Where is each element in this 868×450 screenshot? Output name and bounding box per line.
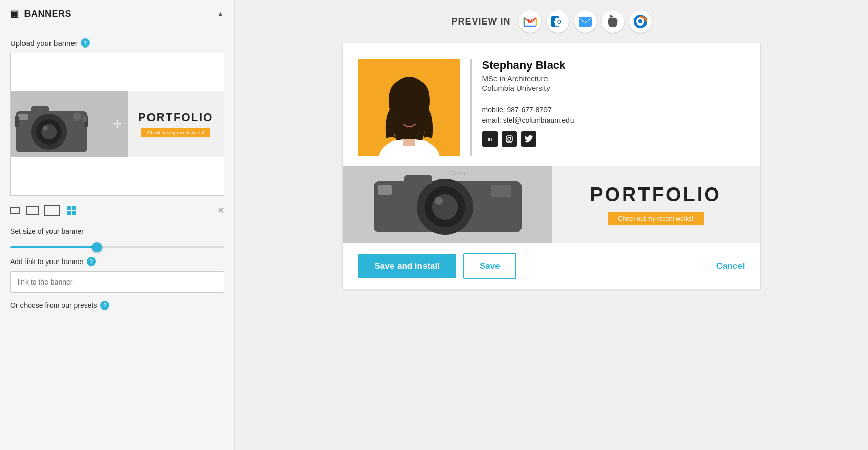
twitter-icon[interactable]	[521, 131, 536, 147]
banner-upload-area[interactable]: PORTFOLIO Check out my recent works! ✛	[10, 53, 224, 196]
svg-point-9	[73, 112, 81, 121]
outlook-icon[interactable]: O o	[547, 10, 569, 33]
apple-svg	[606, 14, 620, 29]
banners-title-icon: ▣	[10, 8, 19, 19]
size-slider[interactable]	[10, 246, 224, 248]
svg-point-10	[82, 116, 87, 122]
banner-cta-big-btn: Check out my recent works!	[608, 212, 704, 225]
svg-point-26	[413, 113, 418, 119]
outlook-svg: O o	[550, 14, 565, 29]
signature-area: Stephany Black MSc in Architecture Colum…	[343, 43, 760, 166]
sig-email: email: stef@columbiauni.edu	[482, 116, 745, 124]
remove-banner-button[interactable]: ×	[218, 205, 224, 216]
panel-body: Upload your banner ?	[0, 28, 234, 320]
twitter-svg	[525, 135, 533, 143]
banner-inner: PORTFOLIO Check out my recent works! ✛	[11, 91, 224, 157]
svg-point-4	[43, 126, 48, 131]
size-rect-small	[10, 207, 20, 214]
save-and-install-button[interactable]: Save and install	[358, 254, 457, 278]
profile-photo-svg	[358, 59, 460, 156]
sig-company: Columbia University	[482, 84, 745, 92]
action-bar: Save and install Save Cancel	[343, 243, 760, 289]
signature-photo	[358, 59, 460, 156]
size-small-icon[interactable]	[10, 207, 20, 214]
preview-in-label: PREVIEW IN	[451, 16, 510, 27]
banner-text-big: PORTFOLIO Check out my recent works!	[552, 166, 760, 243]
mac-icon[interactable]	[602, 10, 624, 33]
svg-rect-38	[491, 185, 511, 197]
banner-preview-area: Canon PORTFOLIO Check out my recent work…	[343, 166, 760, 243]
svg-rect-37	[378, 185, 392, 195]
size-controls-row: ×	[10, 201, 224, 220]
panel-title: ▣ BANNERS	[10, 8, 71, 19]
svg-rect-7	[15, 116, 19, 127]
grid-cell-3	[67, 211, 71, 215]
size-slider-section: Set size of your banner	[10, 227, 224, 250]
panel-title-text: BANNERS	[24, 9, 72, 19]
thunderbird-icon[interactable]	[629, 10, 652, 33]
right-panel: PREVIEW IN M O o	[235, 0, 868, 450]
banner-text-left-panel: PORTFOLIO Check out my recent works!	[128, 91, 224, 157]
banner-portfolio-text-small: PORTFOLIO	[138, 111, 213, 124]
presets-label: Or choose from our presets ?	[10, 301, 224, 310]
grid-cell-1	[67, 206, 71, 210]
sig-mobile: mobile: 987-677-8797	[482, 106, 745, 114]
banner-cam-big: Canon	[343, 166, 552, 243]
sig-title: MSc in Architecture	[482, 74, 745, 83]
banner-camera-section	[11, 91, 128, 157]
size-large-icon[interactable]	[44, 205, 60, 216]
upload-banner-label: Upload your banner ?	[10, 38, 224, 48]
svg-rect-36	[404, 175, 432, 184]
grid-cell-4	[72, 211, 76, 215]
svg-text:M: M	[527, 17, 533, 25]
svg-point-25	[401, 113, 406, 119]
svg-text:Canon: Canon	[450, 171, 465, 176]
panel-header: ▣ BANNERS ▲	[0, 0, 234, 28]
add-link-label: Add link to your banner ?	[10, 257, 224, 266]
preview-card: Stephany Black MSc in Architecture Colum…	[342, 43, 761, 290]
gmail-icon[interactable]: M	[519, 10, 541, 33]
size-rect-medium	[26, 206, 39, 215]
save-button[interactable]: Save	[463, 253, 516, 279]
collapse-button[interactable]: ▲	[217, 10, 224, 18]
gmail-svg: M	[523, 16, 537, 27]
upload-help-icon[interactable]: ?	[81, 38, 90, 48]
signature-info: Stephany Black MSc in Architecture Colum…	[482, 59, 745, 156]
svg-point-20	[638, 19, 642, 23]
instagram-svg	[505, 135, 513, 143]
svg-text:o: o	[554, 19, 557, 25]
svg-text:O: O	[557, 19, 561, 25]
svg-rect-5	[31, 106, 49, 114]
apple-mail-svg	[578, 14, 593, 29]
sig-social: in	[482, 131, 745, 147]
signature-divider	[470, 59, 472, 156]
instagram-icon[interactable]	[502, 131, 517, 147]
svg-rect-6	[18, 114, 28, 120]
svg-point-29	[510, 137, 511, 138]
link-to-banner-input[interactable]	[10, 271, 224, 293]
preview-header: PREVIEW IN M O o	[250, 10, 853, 33]
apple-mail-icon[interactable]	[574, 10, 597, 33]
camera-svg	[11, 91, 97, 157]
add-link-section: Add link to your banner ?	[10, 257, 224, 293]
banner-cta-small: Check out my recent works!	[141, 128, 210, 137]
svg-point-28	[508, 137, 511, 140]
banner-camera-big-svg: Canon	[343, 166, 552, 243]
presets-help-icon[interactable]: ?	[100, 301, 109, 310]
banner-image-preview: PORTFOLIO Check out my recent works! ✛	[11, 53, 224, 195]
banner-portfolio-big-text: PORTFOLIO	[590, 184, 722, 206]
size-grid-icon[interactable]	[67, 206, 76, 215]
grid-cell-2	[72, 206, 76, 210]
size-medium-icon[interactable]	[26, 206, 39, 215]
svg-point-35	[435, 197, 443, 205]
add-link-help-icon[interactable]: ?	[87, 257, 96, 266]
sig-name: Stephany Black	[482, 59, 745, 72]
presets-section: Or choose from our presets ?	[10, 301, 224, 310]
thunderbird-svg	[633, 14, 648, 29]
email-client-icons: M O o	[519, 10, 652, 33]
size-rect-large	[44, 205, 60, 216]
size-slider-label: Set size of your banner	[10, 227, 224, 235]
linkedin-icon[interactable]: in	[482, 131, 498, 147]
cancel-button[interactable]: Cancel	[716, 261, 745, 271]
left-panel: ▣ BANNERS ▲ Upload your banner ?	[0, 0, 235, 450]
